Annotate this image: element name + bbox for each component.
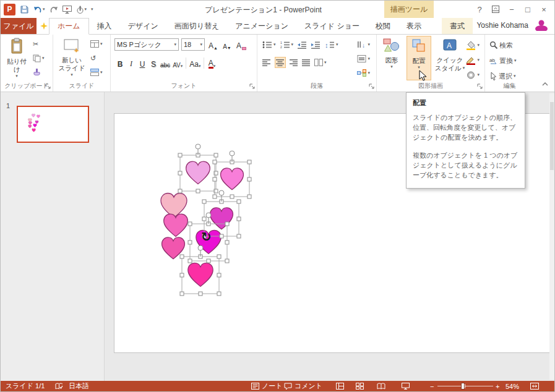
account-area[interactable]: Yoshie Kohama bbox=[476, 20, 551, 31]
tab-transitions[interactable]: 画面切り替え bbox=[166, 18, 228, 34]
zoom-slider[interactable] bbox=[437, 381, 493, 391]
repeat-button[interactable] bbox=[49, 6, 58, 13]
align-left-button[interactable] bbox=[262, 57, 271, 68]
line-spacing-button[interactable]: ↕▾ bbox=[325, 39, 338, 50]
align-right-button[interactable] bbox=[290, 57, 298, 68]
clear-formatting-button[interactable]: A bbox=[235, 38, 247, 51]
decrease-indent-button[interactable] bbox=[298, 39, 307, 50]
increase-font-button[interactable]: A▲ bbox=[207, 38, 219, 51]
ribbon-display-options-button[interactable] bbox=[488, 1, 504, 17]
zoom-slider-thumb[interactable] bbox=[461, 383, 465, 390]
format-painter-button[interactable] bbox=[33, 67, 45, 78]
character-spacing-button[interactable]: AV▾ bbox=[171, 57, 184, 69]
heart-shape[interactable] bbox=[210, 208, 233, 229]
shape-outline-button[interactable]: ▾ bbox=[466, 54, 480, 66]
undo-button[interactable]: ▾ bbox=[33, 6, 45, 13]
increase-indent-button[interactable] bbox=[311, 39, 321, 50]
replace-button[interactable]: ab 置換 ▾ bbox=[489, 55, 517, 66]
zoom-in-button[interactable]: + bbox=[496, 381, 499, 391]
qat-customize-button[interactable]: ▾ bbox=[91, 7, 93, 12]
touch-mode-button[interactable]: ▾ bbox=[76, 6, 87, 14]
heart-shape[interactable] bbox=[37, 115, 40, 118]
help-button[interactable]: ? bbox=[471, 1, 488, 17]
underline-button[interactable]: U bbox=[137, 57, 148, 69]
heart-shape[interactable] bbox=[28, 121, 32, 124]
dialog-launcher-icon[interactable] bbox=[249, 83, 256, 90]
minimize-button[interactable]: − bbox=[504, 1, 520, 17]
bold-button[interactable]: B bbox=[114, 57, 126, 69]
collapse-ribbon-button[interactable] bbox=[542, 79, 548, 88]
columns-button[interactable]: ▾ bbox=[314, 57, 327, 68]
heart-shape[interactable] bbox=[186, 161, 210, 184]
shapes-button[interactable]: 図形 ▾ bbox=[378, 36, 405, 70]
tab-file[interactable]: ファイル bbox=[1, 18, 37, 34]
fit-to-window-button[interactable] bbox=[530, 381, 539, 391]
tab-format[interactable]: 書式 bbox=[442, 18, 473, 34]
dialog-launcher-icon[interactable] bbox=[368, 83, 375, 90]
powerpoint-logo-icon[interactable]: P bbox=[4, 4, 15, 15]
font-name-combo[interactable]: MS Pゴシック ▾ bbox=[114, 38, 179, 51]
tab-slideshow[interactable]: スライド ショー bbox=[296, 18, 368, 34]
tab-home[interactable]: ホーム bbox=[49, 18, 89, 35]
quick-styles-button[interactable]: A クイック スタイル▾ bbox=[434, 36, 466, 72]
slide-sorter-view-button[interactable] bbox=[356, 381, 364, 391]
tab-view[interactable]: 表示 bbox=[398, 18, 429, 34]
shape-fill-button[interactable]: ▾ bbox=[466, 40, 480, 51]
text-shadow-button[interactable]: S bbox=[148, 57, 159, 69]
slideshow-view-button[interactable] bbox=[402, 381, 410, 391]
resize-handle bbox=[217, 255, 221, 258]
convert-smartart-button[interactable]: ▾ bbox=[357, 67, 370, 79]
new-slide-button[interactable]: 新しい スライド ▾ bbox=[57, 36, 87, 78]
font-color-button[interactable]: A ▾ bbox=[206, 57, 217, 69]
heart-shape[interactable] bbox=[164, 214, 188, 236]
reset-button[interactable]: ↺ bbox=[90, 53, 103, 64]
numbering-button[interactable]: 12▾ bbox=[280, 39, 294, 50]
language-button[interactable]: 日本語 bbox=[69, 381, 89, 391]
strikethrough-button[interactable]: abc bbox=[159, 57, 171, 69]
spell-check-button[interactable] bbox=[55, 381, 63, 391]
heart-shape[interactable] bbox=[35, 121, 38, 124]
layout-button[interactable]: ▾ bbox=[90, 38, 103, 49]
maximize-button[interactable]: □ bbox=[520, 1, 536, 17]
select-button[interactable]: 選択 ▾ bbox=[489, 70, 517, 82]
find-button[interactable]: 検索 bbox=[489, 40, 517, 51]
cut-button[interactable]: ✂ bbox=[33, 38, 45, 49]
close-button[interactable]: × bbox=[536, 1, 552, 17]
justify-button[interactable] bbox=[302, 57, 311, 68]
reading-view-button[interactable] bbox=[377, 381, 385, 391]
change-case-button[interactable]: Aa▾ bbox=[188, 57, 202, 69]
save-button[interactable] bbox=[20, 5, 29, 14]
heart-shape[interactable] bbox=[221, 168, 244, 190]
heart-shape[interactable] bbox=[32, 114, 35, 117]
tab-animations[interactable]: アニメーション bbox=[227, 18, 296, 34]
vertical-scrollbar[interactable] bbox=[549, 93, 554, 380]
zoom-percentage[interactable]: 54% bbox=[506, 381, 519, 391]
align-center-button[interactable] bbox=[275, 57, 286, 68]
heart-shape[interactable] bbox=[28, 125, 32, 128]
tab-design[interactable]: デザイン bbox=[120, 18, 166, 34]
italic-button[interactable]: I bbox=[126, 57, 137, 69]
comments-button[interactable]: コメント bbox=[284, 381, 322, 391]
heart-shape[interactable] bbox=[188, 263, 213, 286]
heart-shape[interactable] bbox=[33, 124, 37, 127]
paste-button[interactable]: 貼り付け ▾ bbox=[4, 36, 30, 79]
decrease-font-button[interactable]: A▼ bbox=[222, 38, 233, 51]
normal-view-button[interactable] bbox=[336, 381, 344, 391]
scrollbar-thumb[interactable] bbox=[550, 102, 554, 170]
font-size-combo[interactable]: 18 ▾ bbox=[181, 38, 205, 51]
heart-shape[interactable] bbox=[32, 129, 36, 132]
tab-insert[interactable]: 挿入 bbox=[89, 18, 120, 34]
align-text-button[interactable]: ▾ bbox=[357, 53, 370, 64]
bullets-button[interactable]: ▾ bbox=[262, 39, 276, 50]
tab-review[interactable]: 校閲 bbox=[368, 18, 398, 34]
slide-thumbnail[interactable] bbox=[17, 106, 89, 143]
start-slideshow-button[interactable] bbox=[62, 6, 72, 14]
text-direction-button[interactable]: ↓▾ bbox=[357, 39, 370, 50]
copy-button[interactable]: ▾ bbox=[33, 53, 45, 64]
dialog-launcher-icon[interactable] bbox=[45, 83, 51, 90]
section-button[interactable]: ▾ bbox=[90, 67, 103, 78]
zoom-out-button[interactable]: − bbox=[430, 381, 434, 391]
notes-button[interactable]: ノート bbox=[251, 381, 283, 391]
dialog-launcher-icon[interactable] bbox=[476, 83, 483, 90]
shape-effects-button[interactable]: ▾ bbox=[466, 69, 480, 80]
